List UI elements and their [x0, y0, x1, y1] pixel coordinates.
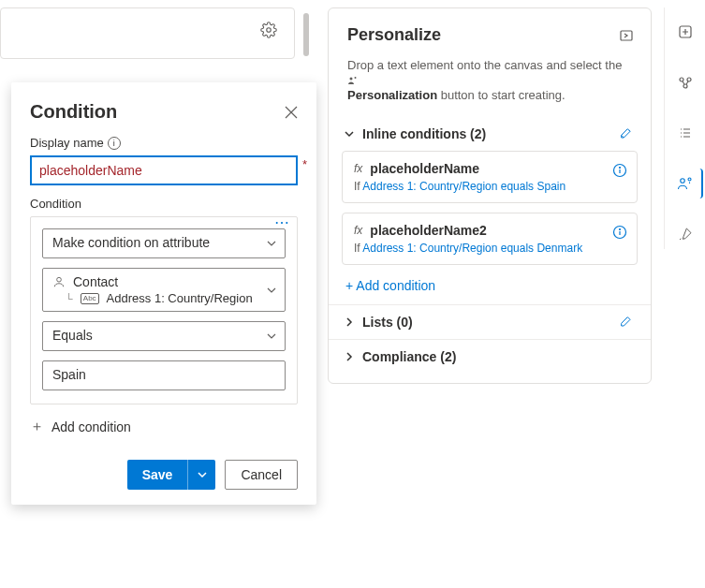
chevron-down-icon — [266, 238, 277, 249]
condition-builder: ⋯ Make condition on attribute Contact └ … — [30, 216, 298, 404]
display-name-input[interactable] — [30, 155, 298, 185]
rail-add-icon[interactable] — [670, 17, 700, 47]
info-icon[interactable]: i — [108, 137, 121, 150]
plus-icon: ＋ — [30, 418, 44, 435]
display-name-label: Display name i — [30, 136, 298, 150]
attribute-select[interactable]: Contact └ Abc Address 1: Country/Region — [42, 268, 286, 312]
operator-value: Equals — [52, 328, 93, 343]
collapse-icon[interactable] — [619, 28, 634, 43]
right-rail — [664, 7, 705, 249]
svg-point-15 — [680, 179, 684, 184]
cancel-button[interactable]: Cancel — [225, 460, 298, 490]
save-dropdown-button[interactable] — [187, 460, 215, 490]
chevron-down-icon — [344, 128, 355, 140]
save-split-button[interactable]: Save — [127, 460, 216, 490]
info-icon[interactable] — [612, 225, 627, 240]
personalization-icon — [347, 75, 632, 86]
person-icon — [52, 275, 66, 288]
section-title: Lists (0) — [362, 315, 413, 330]
fx-icon: fx — [354, 224, 362, 237]
svg-point-13 — [687, 78, 691, 81]
add-condition-link[interactable]: + Add condition — [329, 274, 651, 304]
add-condition-button[interactable]: ＋ Add condition — [30, 418, 298, 435]
chevron-down-icon — [266, 331, 277, 342]
gear-icon[interactable] — [260, 22, 277, 38]
chevron-down-icon — [266, 285, 277, 296]
svg-point-16 — [688, 178, 691, 181]
section-lists[interactable]: Lists (0) — [329, 304, 651, 339]
svg-point-1 — [57, 277, 62, 282]
condition-summary: Address 1: Country/Region equals Spain — [362, 180, 565, 193]
value-input[interactable]: Spain — [42, 360, 286, 390]
close-icon[interactable] — [285, 106, 298, 119]
svg-point-10 — [620, 229, 621, 230]
operator-select[interactable]: Equals — [42, 321, 286, 351]
svg-point-0 — [267, 28, 272, 33]
condition-mode-select[interactable]: Make condition on attribute — [42, 228, 286, 258]
required-indicator: * — [302, 157, 307, 171]
canvas-toolbar — [0, 7, 295, 59]
section-inline-conditions[interactable]: Inline conditions (2) — [329, 117, 651, 151]
svg-point-12 — [680, 78, 683, 81]
info-icon[interactable] — [612, 163, 627, 178]
edit-icon[interactable] — [619, 126, 634, 141]
svg-point-3 — [350, 77, 353, 80]
svg-point-14 — [683, 84, 687, 88]
add-condition-label: Add condition — [51, 419, 131, 434]
panel-help-text: Drop a text element onto the canvas and … — [329, 54, 651, 117]
section-title: Inline conditions (2) — [362, 126, 486, 141]
canvas-scrollbar[interactable] — [301, 6, 310, 71]
rail-brush-icon[interactable] — [670, 219, 700, 249]
chevron-right-icon — [344, 316, 355, 328]
tree-branch-icon: └ — [66, 293, 73, 304]
section-compliance[interactable]: Compliance (2) — [329, 339, 651, 374]
entity-name: Contact — [73, 274, 118, 289]
condition-mode-value: Make condition on attribute — [52, 235, 210, 250]
condition-dialog: Condition Display name i * Condition ⋯ M… — [11, 82, 316, 505]
condition-label: Condition — [30, 197, 298, 211]
value-text: Spain — [52, 367, 86, 382]
dialog-title: Condition — [30, 101, 117, 123]
svg-point-4 — [355, 77, 357, 79]
svg-point-7 — [620, 168, 621, 169]
rail-personalize-icon[interactable] — [673, 169, 703, 198]
edit-icon[interactable] — [619, 315, 634, 330]
condition-card[interactable]: fx placeholderName If Address 1: Country… — [342, 151, 638, 203]
text-type-icon: Abc — [81, 293, 99, 304]
condition-summary: Address 1: Country/Region equals Denmark — [362, 242, 582, 255]
fx-icon: fx — [354, 162, 362, 175]
chevron-right-icon — [344, 351, 355, 362]
condition-name: placeholderName2 — [370, 223, 487, 238]
condition-name: placeholderName — [370, 161, 479, 176]
save-button[interactable]: Save — [127, 460, 188, 490]
personalize-panel: Personalize Drop a text element onto the… — [328, 7, 652, 384]
panel-title: Personalize — [347, 25, 441, 45]
rail-list-icon[interactable] — [670, 118, 700, 148]
rail-relation-icon[interactable] — [670, 67, 700, 97]
attribute-name: Address 1: Country/Region — [107, 291, 253, 305]
condition-card[interactable]: fx placeholderName2 If Address 1: Countr… — [342, 213, 638, 265]
section-title: Compliance (2) — [362, 349, 456, 364]
